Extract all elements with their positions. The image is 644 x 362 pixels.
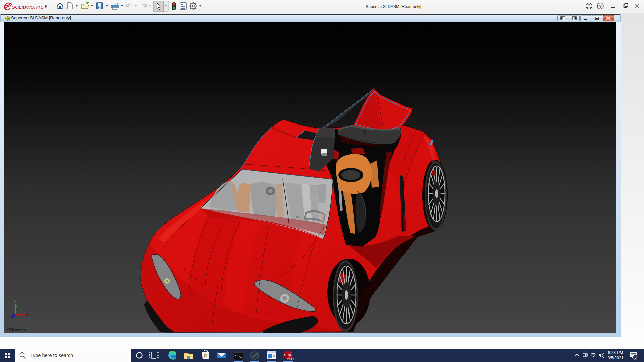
svg-text:C:\_: C:\_ xyxy=(235,355,242,358)
svg-text:*Dimetric: *Dimetric xyxy=(7,327,26,333)
svg-text:2021: 2021 xyxy=(287,357,294,361)
svg-text:Y: Y xyxy=(14,300,17,304)
svg-text:3: 3 xyxy=(635,355,637,359)
svg-text:S: S xyxy=(284,353,286,357)
svg-text:W: W xyxy=(288,353,292,357)
svg-text:SOLIDWORKS: SOLIDWORKS xyxy=(12,5,44,10)
svg-text:?: ? xyxy=(599,4,602,9)
